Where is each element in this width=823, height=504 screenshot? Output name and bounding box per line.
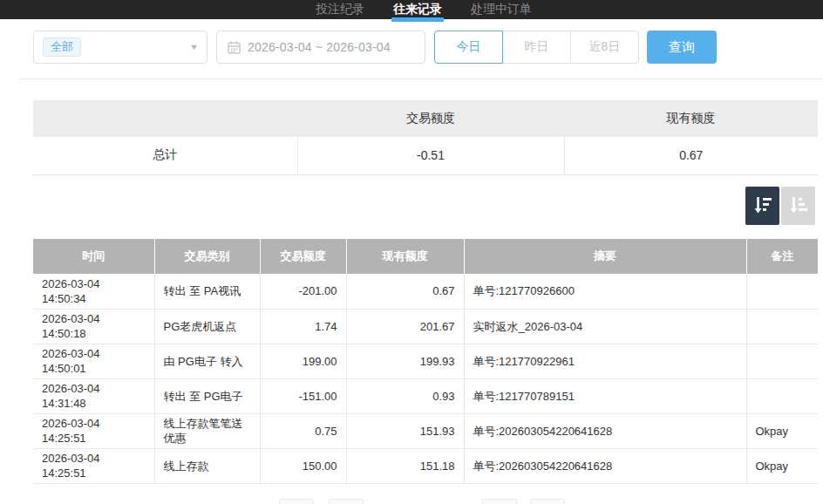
cell-trade-amount: -201.00 [260,274,346,309]
cell-summary: 单号:121770789151 [464,378,746,413]
tab-transaction-records[interactable]: 往来记录 [393,0,442,19]
sort-ascending-icon [788,194,809,218]
column-header-time: 时间 [33,239,154,274]
cell-type: 转出 至 PG电子 [154,378,260,413]
column-header-trade-amount: 交易额度 [260,239,346,274]
sort-ascending-button[interactable] [781,187,815,225]
filter-bar: 全部 ▼ 2026-03-04 ~ 2026-03-04 今日 昨日 近8日 查… [33,31,717,64]
summary-header-empty [33,100,297,137]
cell-time: 2026-03-04 14:50:01 [33,344,154,378]
cell-time: 2026-03-04 14:25:51 [33,413,154,448]
cell-trade-amount: 150.00 [260,448,346,483]
cell-remark: Okpay [746,413,818,448]
topbar: 投注纪录 往来记录 处理中订单 [0,0,823,19]
cell-remark [746,378,818,413]
cell-current-balance: 0.93 [346,378,464,413]
cell-time: 2026-03-04 14:25:51 [33,448,154,483]
pagination-button[interactable] [329,499,364,504]
sort-button-group [745,187,815,225]
cell-current-balance: 151.18 [346,448,464,483]
cell-time: 2026-03-04 14:50:34 [33,274,154,309]
cell-remark [746,309,818,344]
records-table: 时间交易类别交易额度现有额度摘要备注 2026-03-04 14:50:34转出… [33,239,818,484]
section-divider [19,78,823,79]
cell-type: 由 PG电子 转入 [154,344,260,378]
summary-total-current-balance: 0.67 [564,137,818,174]
table-row: 2026-03-04 14:50:01由 PG电子 转入199.00199.93… [33,344,818,378]
cell-remark: Okpay [746,448,818,483]
cell-trade-amount: 199.00 [260,344,346,378]
tab-betting-records[interactable]: 投注纪录 [316,0,364,19]
cell-current-balance: 0.67 [346,274,464,309]
summary-table: 交易额度 现有额度 总计 -0.51 0.67 [33,100,818,175]
yesterday-button[interactable]: 昨日 [502,31,571,64]
cell-summary: 单号:202603054220641628 [464,413,746,448]
selected-type-tag[interactable]: 全部 [43,37,81,57]
cell-remark [746,344,818,378]
cell-type: 转出 至 PA视讯 [154,274,260,309]
cell-current-balance: 201.67 [346,309,464,344]
cell-time: 2026-03-04 14:50:18 [33,309,154,344]
summary-total-label: 总计 [33,137,297,174]
cell-remark [746,274,818,309]
table-row: 2026-03-04 14:25:51线上存款笔笔送优惠0.75151.93单号… [33,413,818,448]
column-header-type: 交易类别 [154,239,260,274]
pagination-button[interactable] [530,499,565,504]
sort-descending-icon [752,194,773,218]
tab-processing-orders[interactable]: 处理中订单 [471,0,532,19]
type-select[interactable]: 全部 ▼ [33,31,207,64]
cell-current-balance: 151.93 [346,413,464,448]
cell-type: PG老虎机返点 [154,309,260,344]
cell-summary: 单号:202603054220641628 [464,448,746,483]
cell-type: 线上存款笔笔送优惠 [154,413,260,448]
summary-header-trade-amount: 交易额度 [297,100,564,137]
records-table-body: 2026-03-04 14:50:34转出 至 PA视讯-201.000.67单… [33,274,818,483]
last-8-days-button[interactable]: 近8日 [570,31,639,64]
cell-trade-amount: -151.00 [260,378,346,413]
chevron-down-icon: ▼ [189,43,200,51]
column-header-current-balance: 现有额度 [346,239,464,274]
summary-total-trade-amount: -0.51 [297,137,564,174]
summary-header-current-balance: 现有额度 [564,100,818,137]
cell-trade-amount: 1.74 [260,309,346,344]
today-button[interactable]: 今日 [434,31,503,64]
date-range-picker[interactable]: 2026-03-04 ~ 2026-03-04 [216,31,425,64]
pagination-button[interactable] [279,499,314,504]
table-row: 2026-03-04 14:31:48转出 至 PG电子-151.000.93单… [33,378,818,413]
column-header-remark: 备注 [746,239,818,274]
table-row: 2026-03-04 14:25:51线上存款150.00151.18单号:20… [33,448,818,483]
summary-total-row: 总计 -0.51 0.67 [33,137,818,174]
sort-descending-button[interactable] [745,187,779,225]
records-header-row: 时间交易类别交易额度现有额度摘要备注 [33,239,818,274]
table-row: 2026-03-04 14:50:34转出 至 PA视讯-201.000.67单… [33,274,818,309]
cell-type: 线上存款 [154,448,260,483]
cell-summary: 单号:121770926600 [464,274,746,309]
column-header-summary: 摘要 [464,239,746,274]
calendar-icon [228,41,241,54]
cell-current-balance: 199.93 [346,344,464,378]
search-button[interactable]: 查询 [647,31,717,64]
date-range-value: 2026-03-04 ~ 2026-03-04 [248,40,391,54]
pagination-button[interactable] [482,499,517,504]
table-row: 2026-03-04 14:50:18PG老虎机返点1.74201.67实时返水… [33,309,818,344]
cell-summary: 实时返水_2026-03-04 [464,309,746,344]
cell-time: 2026-03-04 14:31:48 [33,378,154,413]
quick-filter-group: 今日 昨日 近8日 [434,31,639,64]
cell-trade-amount: 0.75 [260,413,346,448]
cell-summary: 单号:121770922961 [464,344,746,378]
